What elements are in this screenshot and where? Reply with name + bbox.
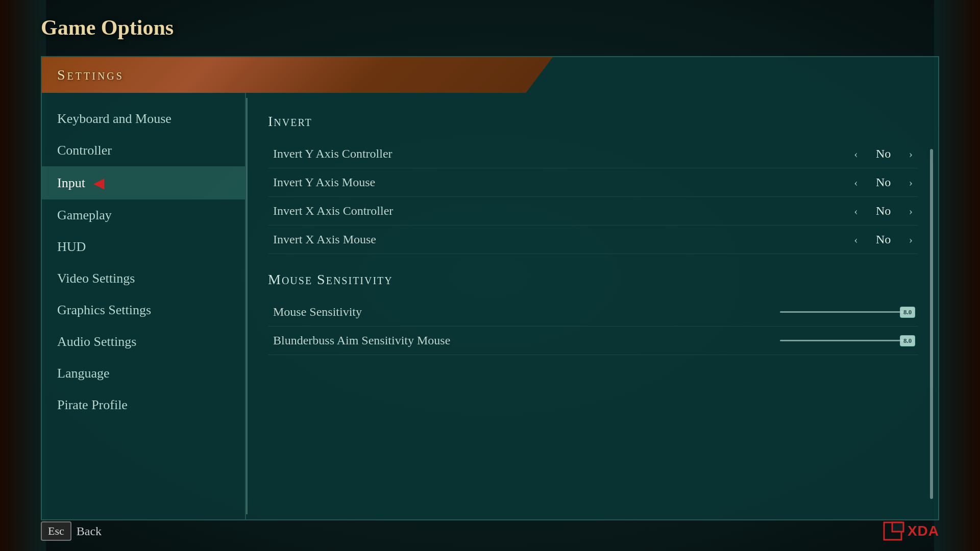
setting-label-invert-y-mouse: Invert Y Axis Mouse xyxy=(273,176,770,189)
sidebar-label-video-settings: Video Settings xyxy=(57,271,135,286)
slider-container-blunderbuss-sensitivity: 8.0 xyxy=(749,340,913,341)
section-header-invert: Invert xyxy=(268,113,918,130)
setting-label-mouse-sensitivity: Mouse Sensitivity xyxy=(273,305,749,319)
setting-label-invert-x-controller: Invert X Axis Controller xyxy=(273,204,770,218)
sidebar-item-hud[interactable]: HUD xyxy=(42,231,245,263)
right-panel: Invert Invert Y Axis Controller ‹ No › I… xyxy=(248,93,938,519)
setting-label-invert-x-mouse: Invert X Axis Mouse xyxy=(273,233,770,246)
setting-row-invert-x-controller: Invert X Axis Controller ‹ No › xyxy=(268,197,918,226)
sidebar-label-graphics-settings: Graphics Settings xyxy=(57,303,151,318)
chevron-right-invert-x-controller[interactable]: › xyxy=(909,205,913,218)
setting-value-invert-x-mouse: No xyxy=(868,233,899,246)
xda-logo-icon xyxy=(883,521,904,541)
sidebar-item-gameplay[interactable]: Gameplay xyxy=(42,199,245,231)
sidebar-label-language: Language xyxy=(57,366,110,381)
back-label: Back xyxy=(77,524,102,538)
chevron-left-invert-x-controller[interactable]: ‹ xyxy=(854,205,857,218)
slider-container-mouse-sensitivity: 8.0 xyxy=(749,311,913,313)
sidebar-label-pirate-profile: Pirate Profile xyxy=(57,397,128,413)
setting-value-invert-y-mouse: No xyxy=(868,176,899,189)
bg-left-edge xyxy=(0,0,46,551)
setting-row-invert-y-controller: Invert Y Axis Controller ‹ No › xyxy=(268,140,918,168)
setting-row-blunderbuss-sensitivity: Blunderbuss Aim Sensitivity Mouse 8.0 xyxy=(268,327,918,355)
setting-label-invert-y-controller: Invert Y Axis Controller xyxy=(273,147,770,161)
chevron-right-invert-y-controller[interactable]: › xyxy=(909,147,913,161)
sidebar-item-language[interactable]: Language xyxy=(42,358,245,389)
slider-track-mouse-sensitivity[interactable]: 8.0 xyxy=(780,311,913,313)
setting-control-invert-x-mouse: ‹ No › xyxy=(770,233,913,246)
main-panel: Settings Keyboard and Mouse Controller I… xyxy=(41,56,939,520)
sidebar-item-video-settings[interactable]: Video Settings xyxy=(42,263,245,294)
page-title: Game Options xyxy=(41,15,174,40)
setting-control-invert-y-mouse: ‹ No › xyxy=(770,176,913,189)
sidebar-label-keyboard-mouse: Keyboard and Mouse xyxy=(57,111,172,127)
chevron-right-invert-y-mouse[interactable]: › xyxy=(909,176,913,189)
section-spacer-1 xyxy=(268,254,918,266)
slider-thumb-blunderbuss-sensitivity[interactable]: 8.0 xyxy=(900,335,915,346)
sidebar-label-audio-settings: Audio Settings xyxy=(57,334,136,349)
chevron-left-invert-x-mouse[interactable]: ‹ xyxy=(854,233,857,246)
sidebar-label-gameplay: Gameplay xyxy=(57,208,112,223)
chevron-left-invert-y-mouse[interactable]: ‹ xyxy=(854,176,857,189)
sidebar-item-keyboard-mouse[interactable]: Keyboard and Mouse xyxy=(42,103,245,135)
settings-banner: Settings xyxy=(42,57,580,93)
settings-banner-text: Settings xyxy=(57,67,124,83)
xda-text: XDA xyxy=(908,523,939,539)
slider-thumb-mouse-sensitivity[interactable]: 8.0 xyxy=(900,307,915,318)
setting-value-invert-y-controller: No xyxy=(868,147,899,161)
scrollbar-indicator[interactable] xyxy=(930,149,933,499)
bg-right-edge xyxy=(934,0,980,551)
sidebar-label-hud: HUD xyxy=(57,239,86,255)
sidebar-item-controller[interactable]: Controller xyxy=(42,135,245,166)
setting-row-invert-x-mouse: Invert X Axis Mouse ‹ No › xyxy=(268,226,918,254)
setting-label-blunderbuss-sensitivity: Blunderbuss Aim Sensitivity Mouse xyxy=(273,334,749,347)
esc-back-area: Esc Back xyxy=(41,521,102,541)
sidebar-label-controller: Controller xyxy=(57,143,112,158)
active-arrow-icon: ◀ xyxy=(93,174,105,191)
sidebar-item-graphics-settings[interactable]: Graphics Settings xyxy=(42,294,245,326)
setting-row-invert-y-mouse: Invert Y Axis Mouse ‹ No › xyxy=(268,168,918,197)
xda-logo: XDA xyxy=(883,521,939,541)
sidebar-item-audio-settings[interactable]: Audio Settings xyxy=(42,326,245,358)
sidebar: Keyboard and Mouse Controller Input ◀ Ga… xyxy=(42,93,246,519)
sidebar-item-input[interactable]: Input ◀ xyxy=(42,166,245,199)
svg-rect-1 xyxy=(892,522,903,532)
setting-control-invert-x-controller: ‹ No › xyxy=(770,204,913,218)
sidebar-item-pirate-profile[interactable]: Pirate Profile xyxy=(42,389,245,421)
slider-track-blunderbuss-sensitivity[interactable]: 8.0 xyxy=(780,340,913,341)
setting-value-invert-x-controller: No xyxy=(868,204,899,218)
chevron-left-invert-y-controller[interactable]: ‹ xyxy=(854,147,857,161)
esc-key-button[interactable]: Esc xyxy=(41,521,71,541)
setting-control-invert-y-controller: ‹ No › xyxy=(770,147,913,161)
setting-row-mouse-sensitivity: Mouse Sensitivity 8.0 xyxy=(268,298,918,327)
xda-logo-inner: XDA xyxy=(883,521,939,541)
chevron-right-invert-x-mouse[interactable]: › xyxy=(909,233,913,246)
sidebar-label-input: Input xyxy=(57,176,85,191)
content-area: Keyboard and Mouse Controller Input ◀ Ga… xyxy=(42,93,938,519)
section-header-mouse-sensitivity: Mouse Sensitivity xyxy=(268,271,918,288)
